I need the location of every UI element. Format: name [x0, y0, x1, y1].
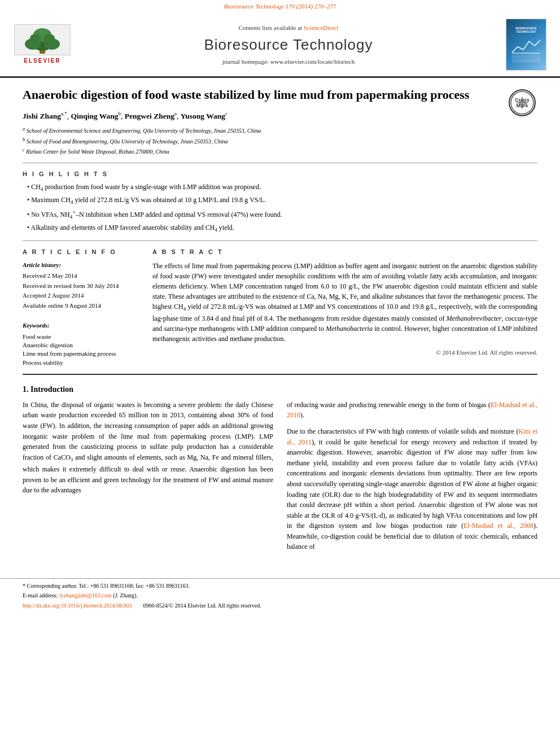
elsevier-tree-icon — [14, 24, 71, 55]
accepted-date: Accepted 2 August 2014 — [23, 291, 141, 300]
highlight-2: • Maximum CH4 yield of 272.8 mL/g VS was… — [23, 195, 537, 206]
journal-reference: Bioresource Technology 170 (2014) 270–27… — [0, 0, 560, 13]
author-1: Jishi Zhang — [23, 111, 61, 120]
intro-para-1: In China, the disposal of organic wastes… — [23, 400, 273, 496]
email-note: E-mail address: lyzhangjishi@163.com (J.… — [23, 592, 537, 600]
ref-kim-2011[interactable]: Kim et al., 2011 — [287, 427, 537, 446]
highlight-3: • No VFAs, NH4+–N inhibition when LMP ad… — [23, 208, 537, 221]
abstract-text: The effects of lime mud from papermaking… — [152, 261, 537, 344]
keywords-list: Food waste Anaerobic digestion Lime mud … — [23, 333, 141, 368]
main-two-column-layout: In China, the disposal of organic wastes… — [23, 400, 537, 558]
introduction-section: 1. Introduction In China, the disposal o… — [23, 384, 537, 558]
svg-point-6 — [43, 34, 55, 43]
ref-el-mashad-2008[interactable]: El-Mashad et al., 2008 — [463, 522, 533, 530]
keyword-4: Process stability — [23, 359, 141, 367]
crossmark-badge[interactable]: Cross Mark — [506, 87, 537, 118]
divider-3 — [23, 374, 537, 375]
intro-para-right-2: Due to the characteristics of FW with hi… — [287, 426, 537, 552]
intro-para-right-1: of reducing waste and producing renewabl… — [287, 400, 537, 421]
corresponding-author-note: * Corresponding author. Tel.: +86 531 89… — [23, 582, 537, 590]
crossmark-icon: Cross Mark — [509, 89, 536, 116]
svg-rect-8 — [512, 54, 540, 63]
revised-date: Received in revised form 30 July 2014 — [23, 282, 141, 290]
highlight-4: • Alkalinity and elements of LMP favored… — [23, 223, 537, 234]
footer-links: http://dx.doi.org/10.1016/j.biortech.201… — [23, 602, 537, 610]
intro-left-column: In China, the disposal of organic wastes… — [23, 400, 273, 558]
svg-point-5 — [30, 34, 41, 43]
journal-homepage: journal homepage: www.elsevier.com/locat… — [73, 58, 504, 66]
keyword-1: Food waste — [23, 333, 141, 341]
author-1-sup: a,* — [61, 111, 67, 116]
highlights-label: H I G H L I G H T S — [23, 170, 537, 178]
author-2-sup: b — [119, 111, 121, 116]
email-link[interactable]: lyzhangjishi@163.com — [59, 592, 112, 599]
svg-rect-7 — [512, 53, 540, 54]
intro-right-column: of reducing waste and producing renewabl… — [287, 400, 537, 558]
elsevier-label: ELSEVIER — [24, 57, 60, 65]
divider-1 — [23, 163, 537, 163]
journal-header: ELSEVIER Contents lists available at Sci… — [0, 13, 560, 78]
divider-2 — [23, 241, 537, 241]
article-info-label: A R T I C L E I N F O — [23, 248, 141, 256]
author-2: Qinqing Wang — [71, 111, 118, 120]
abstract-column: A B S T R A C T The effects of lime mud … — [152, 248, 537, 367]
highlight-1: • CH4 production from food waste by a si… — [23, 182, 537, 193]
online-date: Available online 9 August 2014 — [23, 302, 141, 310]
intro-title: 1. Introduction — [23, 384, 537, 395]
abstract-label: A B S T R A C T — [152, 248, 537, 256]
received-date: Received 2 May 2014 — [23, 272, 141, 280]
author-3-sup: a — [174, 111, 177, 116]
keywords-label: Keywords: — [23, 321, 141, 330]
article-history-label: Article history: — [23, 261, 141, 269]
journal-main-title: Bioresource Technology — [73, 34, 504, 55]
ref-el-mashad-2010[interactable]: El-Mashad et al., 2010 — [287, 401, 537, 420]
article-info-abstract-row: A R T I C L E I N F O Article history: R… — [23, 248, 537, 367]
author-3: Pengwei Zheng — [125, 111, 174, 120]
sciencedirect-link[interactable]: ScienceDirect — [304, 24, 339, 31]
keyword-3: Lime mud from papermaking process — [23, 350, 141, 358]
journal-cover: BIORESOURCE TECHNOLOGY — [504, 19, 549, 71]
footer: * Corresponding author. Tel.: +86 531 89… — [0, 578, 560, 610]
journal-title-area: Contents lists available at ScienceDirec… — [73, 24, 504, 66]
highlights-section: H I G H L I G H T S • CH4 production fro… — [23, 170, 537, 233]
cover-image: BIORESOURCE TECHNOLOGY — [506, 19, 546, 71]
authors-list: Jishi Zhanga,*, Qinqing Wangb, Pengwei Z… — [23, 110, 537, 121]
article-content: Anaerobic digestion of food waste stabil… — [0, 78, 560, 567]
affiliation-a: a School of Environmental Science and En… — [23, 126, 537, 135]
copyright-line: © 2014 Elsevier Ltd. All rights reserved… — [152, 348, 537, 357]
keyword-2: Anaerobic digestion — [23, 341, 141, 350]
affiliation-c: c Rizhao Center for Solid Waste Disposal… — [23, 147, 537, 156]
article-title: Anaerobic digestion of food waste stabil… — [23, 87, 537, 103]
article-info-column: A R T I C L E I N F O Article history: R… — [23, 248, 141, 367]
affiliation-b: b School of Food and Bioengineering, Qil… — [23, 137, 537, 146]
elsevier-logo: ELSEVIER — [11, 24, 73, 65]
doi-link[interactable]: http://dx.doi.org/10.1016/j.biortech.201… — [23, 602, 132, 610]
issn-info: 0960-8524/© 2014 Elsevier Ltd. All right… — [143, 602, 261, 610]
author-4-sup: c — [225, 111, 228, 116]
author-4: Yusong Wang — [181, 111, 225, 120]
contents-line: Contents lists available at ScienceDirec… — [73, 24, 504, 32]
